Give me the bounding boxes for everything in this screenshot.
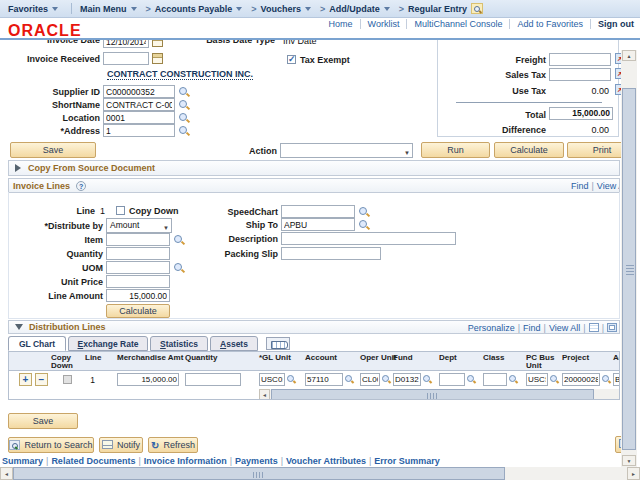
breadcrumb-accounts-payable[interactable]: Accounts Payable <box>155 4 233 14</box>
speedchart-lookup-icon[interactable] <box>359 207 367 215</box>
add-to-favorites-link[interactable]: Add to Favorites <box>517 19 583 29</box>
distribute-by-dropdown[interactable]: Amount <box>106 218 172 233</box>
personalize-link[interactable]: Personalize <box>468 323 515 333</box>
row-dept-field[interactable] <box>439 373 465 386</box>
breadcrumb-add-update[interactable]: Add/Update <box>329 4 380 14</box>
uom-lookup-icon[interactable] <box>174 263 182 271</box>
invoice-lines-view-all-link[interactable]: View All <box>597 181 620 191</box>
vertical-scrollbar-thumb[interactable] <box>622 88 636 450</box>
main-menu[interactable]: Main Menu <box>80 4 127 14</box>
help-icon[interactable]: ? <box>76 181 86 191</box>
save-button[interactable]: Save <box>10 142 96 158</box>
unit-price-field[interactable] <box>106 275 170 288</box>
scroll-up-arrow[interactable]: ▲ <box>622 50 636 61</box>
pc-bus-unit-lookup-icon[interactable] <box>550 375 557 382</box>
tax-exempt-checkbox[interactable] <box>287 55 296 64</box>
breadcrumb-vouchers[interactable]: Vouchers <box>261 4 301 14</box>
calendar-icon[interactable] <box>152 53 163 64</box>
ship-to-lookup-icon[interactable] <box>359 220 367 228</box>
line-amount-field[interactable] <box>106 289 170 302</box>
row-pc-bus-unit-field[interactable] <box>526 373 548 386</box>
worklist-link[interactable]: Worklist <box>368 19 400 29</box>
scroll-down-arrow[interactable]: ▼ <box>622 455 636 466</box>
vertical-scrollbar[interactable]: ▲ ▼ <box>621 50 637 467</box>
project-lookup-icon[interactable] <box>602 375 609 382</box>
row-gl-unit-field[interactable] <box>259 373 285 386</box>
payments-link[interactable]: Payments <box>235 456 278 466</box>
supplier-id-field[interactable] <box>103 85 175 98</box>
multichannel-console-link[interactable]: MultiChannel Console <box>414 19 502 29</box>
favorites-menu[interactable]: Favorites <box>8 4 48 14</box>
download-grid-icon[interactable] <box>589 323 599 332</box>
sign-out-link[interactable]: Sign out <box>598 19 634 29</box>
quantity-field[interactable] <box>106 247 170 260</box>
shortname-lookup-icon[interactable] <box>179 100 187 108</box>
notify-button[interactable]: Notify <box>99 437 143 453</box>
grid-horizontal-scrollbar[interactable]: ◄ <box>259 389 620 400</box>
packing-slip-field[interactable] <box>281 247 381 260</box>
scroll-right-arrow[interactable]: ► <box>627 467 640 480</box>
uom-field[interactable] <box>106 261 170 274</box>
address-field[interactable] <box>103 124 175 137</box>
row-class-field[interactable] <box>483 373 507 386</box>
invoice-information-link[interactable]: Invoice Information <box>144 456 227 466</box>
save-button-bottom[interactable]: Save <box>8 413 78 429</box>
row-merchandise-amt-field[interactable] <box>117 373 179 386</box>
row-project-field[interactable] <box>562 373 600 386</box>
calendar-icon[interactable] <box>152 40 163 47</box>
speedchart-field[interactable] <box>281 205 355 218</box>
oper-unit-lookup-icon[interactable] <box>382 375 389 382</box>
show-all-columns-icon[interactable] <box>266 337 290 350</box>
row-oper-unit-field[interactable] <box>360 373 380 386</box>
summary-link[interactable]: Summary <box>2 456 43 466</box>
delete-row-button[interactable]: − <box>35 373 48 386</box>
freight-field[interactable] <box>549 53 611 66</box>
breadcrumb-search-icon[interactable] <box>471 3 483 14</box>
scroll-left-arrow[interactable]: ◄ <box>259 389 270 400</box>
calculate-button[interactable]: Calculate <box>494 142 564 158</box>
row-copy-down-checkbox[interactable] <box>63 375 72 384</box>
shortname-field[interactable] <box>103 98 175 111</box>
error-summary-link[interactable]: Error Summary <box>374 456 440 466</box>
account-lookup-icon[interactable] <box>345 375 352 382</box>
item-field[interactable] <box>106 233 170 246</box>
tab-assets[interactable]: Assets <box>210 336 258 351</box>
description-field[interactable] <box>281 232 456 245</box>
address-lookup-icon[interactable] <box>179 126 187 134</box>
run-button[interactable]: Run <box>421 142 490 158</box>
distribution-find-link[interactable]: Find <box>523 323 541 333</box>
refresh-button[interactable]: ↻Refresh <box>148 437 198 453</box>
related-documents-link[interactable]: Related Documents <box>51 456 135 466</box>
sales-tax-field[interactable] <box>549 68 611 81</box>
fund-lookup-icon[interactable] <box>423 375 430 382</box>
supplier-name-link[interactable]: CONTRACT CONSTRUCTION INC. <box>107 69 253 80</box>
return-to-search-button[interactable]: Return to Search <box>8 437 94 453</box>
popout-window-icon[interactable] <box>607 323 617 332</box>
row-activity-field[interactable] <box>613 373 620 386</box>
invoice-received-field[interactable] <box>103 52 149 65</box>
item-lookup-icon[interactable] <box>174 235 182 243</box>
row-account-field[interactable] <box>305 373 343 386</box>
gl-unit-lookup-icon[interactable] <box>287 375 294 382</box>
tab-gl-chart[interactable]: GL Chart <box>8 336 66 351</box>
tab-exchange-rate[interactable]: Exchange Rate <box>68 336 148 351</box>
expand-triangle-icon[interactable] <box>15 164 21 172</box>
voucher-attributes-link[interactable]: Voucher Attributes <box>286 456 366 466</box>
grid-scrollbar-thumb[interactable] <box>271 389 594 400</box>
invoice-lines-find-link[interactable]: Find <box>571 181 589 191</box>
horizontal-scrollbar[interactable]: ◄ ► <box>0 467 640 480</box>
horizontal-scrollbar-thumb[interactable] <box>13 467 505 480</box>
scroll-left-arrow[interactable]: ◄ <box>0 467 13 480</box>
line-calculate-button[interactable]: Calculate <box>106 304 170 318</box>
add-row-button[interactable]: + <box>19 373 32 386</box>
distribution-view-all-link[interactable]: View All <box>549 323 580 333</box>
class-lookup-icon[interactable] <box>509 375 516 382</box>
row-quantity-field[interactable] <box>185 373 241 386</box>
row-fund-field[interactable] <box>393 373 421 386</box>
copy-down-checkbox[interactable] <box>116 206 125 215</box>
supplier-id-lookup-icon[interactable] <box>179 87 187 95</box>
dept-lookup-icon[interactable] <box>467 375 474 382</box>
ship-to-field[interactable] <box>281 218 355 231</box>
invoice-date-field[interactable] <box>103 40 149 48</box>
copy-from-source-section[interactable]: Copy From Source Document <box>8 160 620 176</box>
